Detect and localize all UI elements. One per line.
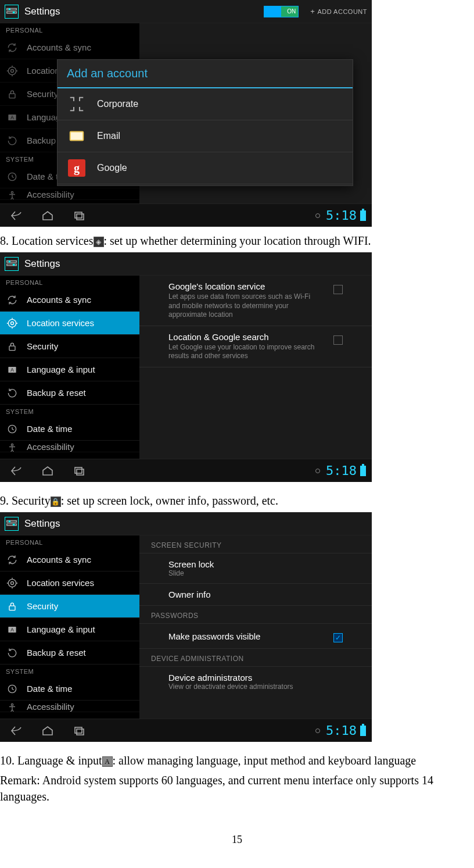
svg-rect-38 [75, 727, 82, 733]
row-screen-lock[interactable]: Screen lock Slide [139, 553, 372, 584]
clock-icon [6, 423, 19, 435]
accessibility-icon [6, 190, 19, 200]
home-button[interactable] [35, 208, 60, 224]
notification-dot[interactable] [315, 213, 320, 218]
svg-point-32 [8, 579, 16, 587]
settings-app-icon [5, 5, 19, 19]
sidebar: PERSONAL Accounts & sync Location servic… [0, 535, 139, 719]
home-button[interactable] [35, 723, 60, 739]
checkbox-location-search[interactable] [333, 335, 343, 345]
svg-rect-14 [7, 260, 17, 262]
clock-icon [6, 683, 19, 695]
sync-toggle[interactable]: ON [264, 6, 299, 17]
topbar: Settings [0, 252, 372, 276]
svg-rect-15 [7, 264, 17, 266]
dialog-item-email[interactable]: Email [58, 120, 353, 152]
sidebar-item-accounts[interactable]: Accounts & sync [0, 548, 139, 571]
add-account-button[interactable]: + ADD ACCOUNT [310, 7, 367, 16]
settings-app-icon [5, 257, 19, 271]
keyboard-icon: A [6, 111, 19, 124]
location-icon-inline: ◈ [94, 237, 104, 247]
svg-rect-27 [7, 520, 17, 522]
lock-icon [6, 600, 19, 613]
keyboard-icon: A [6, 363, 19, 376]
section-system: SYSTEM [0, 665, 139, 677]
svg-point-16 [9, 260, 11, 263]
row-make-passwords-visible[interactable]: Make passwords visible [139, 624, 372, 649]
back-button[interactable] [3, 463, 29, 479]
svg-point-4 [11, 69, 14, 72]
notification-dot[interactable] [315, 728, 320, 733]
google-icon: g [68, 159, 85, 177]
sidebar-item-accessibility[interactable]: Accessibility [0, 441, 139, 452]
svg-rect-39 [77, 729, 84, 735]
svg-point-19 [8, 319, 16, 327]
sidebar-item-accessibility[interactable]: Accessibility [0, 188, 139, 200]
battery-icon [360, 726, 366, 736]
recent-button[interactable] [66, 463, 92, 479]
svg-rect-12 [75, 212, 82, 218]
dialog-item-google[interactable]: g Google [58, 152, 353, 184]
status-clock: 5:18 [326, 463, 357, 478]
sidebar-item-backup[interactable]: Backup & reset [0, 381, 139, 405]
email-icon [68, 127, 85, 145]
option-google-location[interactable]: Google's location service Let apps use d… [139, 276, 372, 326]
svg-text:A: A [10, 367, 14, 373]
backup-icon [6, 134, 19, 147]
location-icon [6, 65, 19, 77]
plus-icon: + [310, 7, 315, 16]
svg-point-10 [11, 192, 13, 194]
svg-rect-1 [7, 12, 17, 13]
dialog-item-corporate[interactable]: Corporate [58, 88, 353, 120]
clock-icon [6, 170, 19, 183]
sidebar-item-location[interactable]: Location services [0, 312, 139, 335]
svg-point-17 [13, 263, 15, 266]
keyboard-icon-inline: A [102, 756, 113, 767]
sync-icon [6, 553, 19, 566]
add-account-dialog: Add an account Corporate Email g [57, 59, 353, 186]
screenshot-security: Settings PERSONAL Accounts & sync Locati… [0, 512, 372, 742]
topbar-title: Settings [24, 258, 367, 270]
sidebar-item-accessibility[interactable]: Accessibility [0, 701, 139, 712]
home-button[interactable] [35, 463, 60, 479]
sidebar-item-language[interactable]: A Language & input [0, 618, 139, 641]
checkbox-google-location[interactable] [333, 285, 343, 294]
row-device-administrators[interactable]: Device administrators View or deactivate… [139, 667, 372, 696]
notification-dot[interactable] [315, 469, 320, 473]
svg-rect-20 [9, 346, 15, 351]
topbar: Settings ON + ADD ACCOUNT [0, 0, 372, 23]
category-passwords: PASSWORDS [139, 606, 372, 624]
svg-text:A: A [10, 115, 14, 120]
option-location-search[interactable]: Location & Google search Let Google use … [139, 326, 372, 367]
svg-point-30 [13, 523, 15, 526]
sidebar-item-accounts[interactable]: Accounts & sync [0, 288, 139, 312]
back-button[interactable] [3, 723, 29, 739]
svg-text:A: A [10, 627, 14, 633]
section-personal: PERSONAL [0, 23, 139, 36]
svg-rect-25 [75, 467, 82, 473]
sidebar-item-datetime[interactable]: Date & time [0, 417, 139, 441]
sidebar-item-accounts[interactable]: Accounts & sync [0, 36, 139, 59]
back-button[interactable] [3, 208, 29, 224]
backup-icon [6, 387, 19, 399]
recent-button[interactable] [66, 208, 92, 224]
sidebar-item-security[interactable]: Security [0, 595, 139, 618]
section-personal: PERSONAL [0, 535, 139, 548]
sync-icon [6, 41, 19, 54]
dialog-title: Add an account [58, 60, 353, 88]
status-clock: 5:18 [326, 208, 357, 223]
svg-point-24 [11, 444, 13, 446]
svg-rect-13 [77, 214, 84, 220]
sidebar-item-location[interactable]: Location services [0, 571, 139, 595]
sidebar-item-language[interactable]: A Language & input [0, 358, 139, 381]
content-security: SCREEN SECURITY Screen lock Slide Owner … [139, 535, 372, 719]
sidebar-item-security[interactable]: Security [0, 335, 139, 358]
sidebar-item-backup[interactable]: Backup & reset [0, 641, 139, 665]
svg-rect-6 [9, 94, 15, 98]
screenshot-add-account: Settings ON + ADD ACCOUNT PERSONAL Accou… [0, 0, 372, 227]
checkbox-passwords-visible[interactable] [333, 633, 343, 642]
row-owner-info[interactable]: Owner info [139, 584, 372, 606]
recent-button[interactable] [66, 723, 92, 739]
sidebar-item-datetime[interactable]: Date & time [0, 677, 139, 701]
keyboard-icon: A [6, 623, 19, 636]
